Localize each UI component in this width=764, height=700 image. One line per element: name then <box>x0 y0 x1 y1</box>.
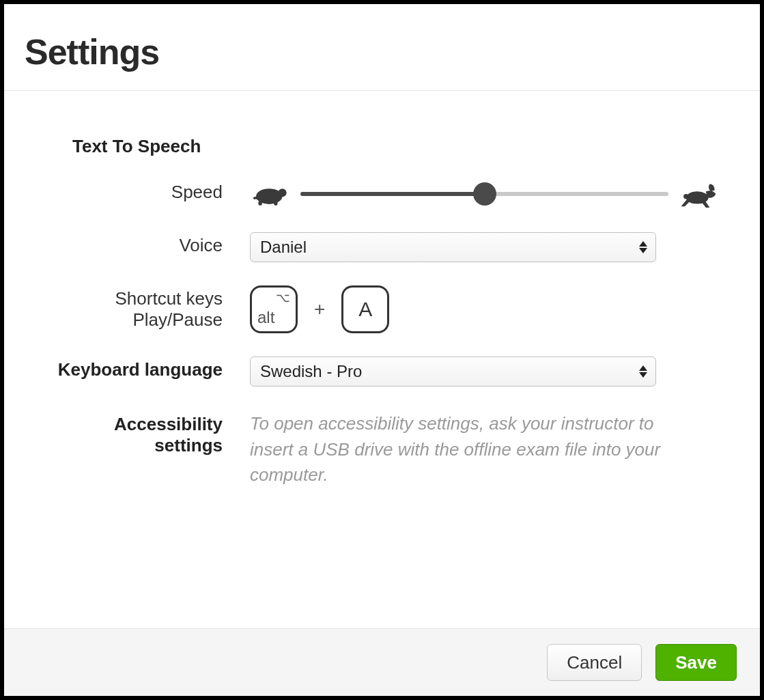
speed-thumb[interactable] <box>473 182 496 206</box>
settings-dialog: Settings Text To Speech Speed <box>0 0 764 700</box>
keyboard-label: Keyboard language <box>45 356 250 380</box>
shortcut-label-line1: Shortcut keys <box>45 288 223 309</box>
voice-row: Voice Daniel <box>45 232 719 262</box>
select-arrows-icon <box>639 365 647 378</box>
voice-selected-value: Daniel <box>260 238 307 257</box>
voice-select[interactable]: Daniel <box>250 232 656 262</box>
shortcut-keys: ⌥ alt + A <box>250 285 719 333</box>
cancel-button[interactable]: Cancel <box>547 644 642 681</box>
keyboard-language-select[interactable]: Swedish - Pro <box>250 356 656 387</box>
keycap-modifier: ⌥ alt <box>250 285 298 333</box>
accessibility-row: Accessibility settings To open accessibi… <box>45 411 719 488</box>
shortcut-row: Shortcut keys Play/Pause ⌥ alt + A <box>45 285 719 333</box>
shortcut-label: Shortcut keys Play/Pause <box>45 285 250 331</box>
keycap-letter: A <box>341 285 389 333</box>
keycap-modifier-text: alt <box>257 308 274 327</box>
accessibility-hint: To open accessibility settings, ask your… <box>250 411 701 488</box>
dialog-footer: Cancel Save <box>4 628 760 696</box>
speed-track[interactable] <box>300 192 668 196</box>
svg-rect-3 <box>274 201 277 206</box>
dialog-header: Settings <box>4 4 760 91</box>
tts-section-title: Text To Speech <box>72 136 719 157</box>
voice-label: Voice <box>45 232 250 256</box>
svg-point-5 <box>683 194 688 199</box>
shortcut-plus: + <box>314 298 325 320</box>
accessibility-label: Accessibility settings <box>45 411 250 456</box>
svg-point-1 <box>278 188 286 197</box>
save-button[interactable]: Save <box>655 644 737 681</box>
keycap-modifier-symbol: ⌥ <box>276 290 290 305</box>
keyboard-selected-value: Swedish - Pro <box>260 362 362 381</box>
speed-track-fill <box>300 192 485 196</box>
keyboard-row: Keyboard language Swedish - Pro <box>45 356 719 387</box>
keycap-letter-text: A <box>358 298 372 321</box>
speed-control <box>250 179 719 209</box>
shortcut-label-line2: Play/Pause <box>45 309 223 331</box>
rabbit-icon <box>678 179 719 209</box>
speed-label: Speed <box>45 179 250 203</box>
page-title: Settings <box>25 31 739 72</box>
speed-slider[interactable] <box>250 179 719 209</box>
turtle-icon <box>250 179 291 209</box>
speed-row: Speed <box>45 179 719 209</box>
dialog-content: Text To Speech Speed <box>4 91 760 628</box>
svg-rect-2 <box>259 201 262 206</box>
select-arrows-icon <box>639 241 647 253</box>
